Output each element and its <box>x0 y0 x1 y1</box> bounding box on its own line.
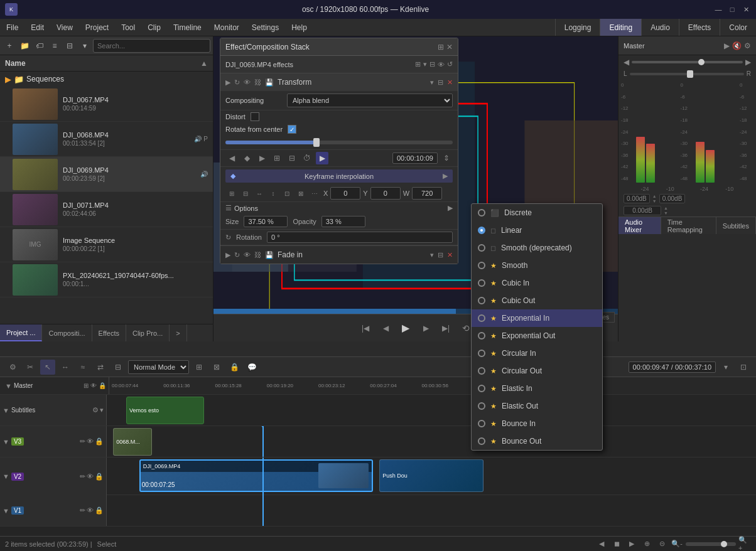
slider-thumb[interactable] <box>313 138 320 147</box>
more-btn[interactable]: ⋯ <box>308 187 321 200</box>
vol-down-btn[interactable]: ◀ <box>624 58 629 67</box>
dropdown-item-circular-in[interactable]: ★ Circular In <box>472 345 602 362</box>
dji-eye-btn[interactable]: 👁 <box>438 61 445 68</box>
menu-clip[interactable]: Clip <box>141 19 167 36</box>
radio-elastic-out[interactable] <box>478 402 485 410</box>
tl-spacer-btn[interactable]: ⊟ <box>111 360 126 375</box>
list-view-button[interactable]: ≡ <box>48 39 62 53</box>
play-button[interactable]: ▶ <box>398 321 413 336</box>
size-input[interactable] <box>244 216 288 227</box>
dji-resize-btn[interactable]: ⊞ <box>415 60 421 68</box>
transform-more-btn[interactable]: ⊟ <box>438 78 443 87</box>
l-fader[interactable] <box>630 73 744 75</box>
radio-circ-in[interactable] <box>478 350 485 357</box>
fade-more-btn[interactable]: ⊟ <box>438 251 443 259</box>
play-kf-btn[interactable]: ▶ <box>316 152 328 164</box>
v2-expand[interactable]: ▼ <box>3 473 9 480</box>
radio-cubic-in[interactable] <box>478 279 485 287</box>
keyframe-interpolation-button[interactable]: ◆ Keyframe interpolation ▶ <box>225 169 453 183</box>
flip-v-btn[interactable]: ↕ <box>267 187 279 200</box>
subtitles-btn1[interactable]: ⚙ <box>92 406 99 414</box>
db-arrows-master[interactable]: ▲ ▼ <box>664 206 668 215</box>
list-item[interactable]: DJI_0069.MP4 00:00:23:59 [2] 🔊 <box>0 157 213 192</box>
rotate-checkbox[interactable] <box>288 125 296 134</box>
list-item[interactable]: PXL_20240621_190740447-60fps... 00:00:1.… <box>0 262 213 297</box>
list-item[interactable]: DJI_0067.MP4 00:00:14:59 <box>0 87 213 122</box>
transform-save-btn[interactable]: 💾 <box>265 78 274 87</box>
radio-smooth-dep[interactable] <box>478 244 485 252</box>
radio-bounce-in[interactable] <box>478 420 485 427</box>
db-down-arrow[interactable]: ▼ <box>652 199 657 203</box>
v2-main-clip[interactable]: DJI_0069.MP4 00:00:07:25 <box>139 459 373 492</box>
tl-razor-btn[interactable]: ✂ <box>23 360 38 375</box>
l-fader-thumb[interactable] <box>687 70 693 78</box>
zoom-thumb[interactable] <box>721 541 727 547</box>
radio-bounce-out[interactable] <box>478 437 485 445</box>
rotation-input[interactable] <box>267 232 453 243</box>
menu-edit[interactable]: Edit <box>24 19 50 36</box>
minimize-button[interactable]: — <box>713 4 723 14</box>
status-stop-btn[interactable]: ◼ <box>610 538 623 550</box>
tag-button[interactable]: 🏷 <box>33 39 46 53</box>
step-forward-button[interactable]: ▶ <box>418 321 433 336</box>
tab-compositing[interactable]: Compositi... <box>42 324 92 341</box>
fade-save-btn[interactable]: 💾 <box>265 251 274 259</box>
tab-time-remapping[interactable]: Time Remapping <box>661 217 716 234</box>
list-item[interactable]: DJI_0071.MP4 00:02:44:06 <box>0 192 213 227</box>
zoom-out-btn[interactable]: 🔍- <box>671 538 683 550</box>
radio-smooth[interactable] <box>478 262 485 269</box>
radio-discrete[interactable] <box>478 209 485 217</box>
menu-file[interactable]: File <box>0 19 24 36</box>
status-prev-btn[interactable]: ◀ <box>595 538 608 550</box>
v3-expand[interactable]: ▼ <box>3 438 9 446</box>
list-item[interactable]: IMG Image Sequence 00:00:00:22 [1] <box>0 227 213 262</box>
radio-linear[interactable] <box>478 227 485 234</box>
radio-elastic-in[interactable] <box>478 385 485 392</box>
transform-delete-btn[interactable]: ✕ <box>447 78 453 87</box>
v2-push-clip[interactable]: Push Dou <box>379 459 483 492</box>
v3-clip[interactable]: 0068.M... <box>113 428 152 456</box>
dropdown-item-bounce-out[interactable]: ★ Bounce Out <box>472 432 602 450</box>
copy-kf-btn[interactable]: ⊞ <box>271 152 283 164</box>
tl-move-btn[interactable]: ↔ <box>58 360 73 375</box>
master-track-btn1[interactable]: ⊞ <box>84 382 89 389</box>
y-input[interactable] <box>370 187 401 200</box>
fit-btn[interactable]: ⊡ <box>281 187 293 200</box>
tl-group-btn[interactable]: ⊞ <box>192 360 207 375</box>
x-input[interactable] <box>330 187 360 200</box>
tab-audio-mixer[interactable]: Audio Mixer <box>618 217 661 234</box>
menu-timeline[interactable]: Timeline <box>167 19 208 36</box>
dropdown-item-cubic-out[interactable]: ★ Cubic Out <box>472 292 602 309</box>
fade-in-header[interactable]: ▶ ↻ 👁 ⛓ 💾 Fade in ▾ ⊟ ✕ <box>220 246 458 264</box>
tl-more-btn[interactable]: ▾ <box>718 360 733 375</box>
distort-checkbox[interactable] <box>251 112 259 121</box>
v3-btn-eye[interactable]: 👁 <box>87 437 94 446</box>
dropdown-item-cubic-in[interactable]: ★ Cubic In <box>472 274 602 292</box>
master-volume-slider[interactable] <box>632 61 743 63</box>
tab-audio[interactable]: Audio <box>641 19 679 36</box>
tl-time-current[interactable]: 00:00:09:47 / 00:00:37:10 <box>629 361 716 373</box>
menu-project[interactable]: Project <box>79 19 115 36</box>
tl-select-btn[interactable]: ↖ <box>40 360 55 375</box>
transform-eye-btn[interactable]: 👁 <box>244 78 251 86</box>
kf-time-btn[interactable]: ⏱ <box>301 152 313 164</box>
prev-keyframe-btn[interactable]: ◀ <box>225 152 238 164</box>
master-mute-btn[interactable]: 🔇 <box>732 41 742 50</box>
compositing-select[interactable]: Alpha blend <box>287 94 453 107</box>
v1-btn-lock[interactable]: 🔒 <box>95 506 104 515</box>
tl-ripple-btn[interactable]: ≈ <box>75 360 90 375</box>
close-button[interactable]: ✕ <box>741 4 751 14</box>
dji-reset-btn[interactable]: ↺ <box>447 60 453 68</box>
v3-btn-pencil[interactable]: ✏ <box>80 437 85 446</box>
step-back-button[interactable]: ◀ <box>378 321 393 336</box>
radio-exp-in[interactable] <box>478 314 485 322</box>
tl-subtitle-btn[interactable]: 💬 <box>244 360 259 375</box>
v1-btn-pencil[interactable]: ✏ <box>80 506 85 515</box>
center-h-btn[interactable]: ⊞ <box>225 187 238 200</box>
slider-track[interactable] <box>225 141 453 144</box>
menu-view[interactable]: View <box>50 19 79 36</box>
dropdown-item-smooth[interactable]: ★ Smooth <box>472 257 602 274</box>
go-start-button[interactable]: |◀ <box>358 321 373 336</box>
radio-exp-out[interactable] <box>478 332 485 340</box>
list-item[interactable]: DJI_0068.MP4 00:01:33:54 [2] 🔊 P <box>0 122 213 157</box>
